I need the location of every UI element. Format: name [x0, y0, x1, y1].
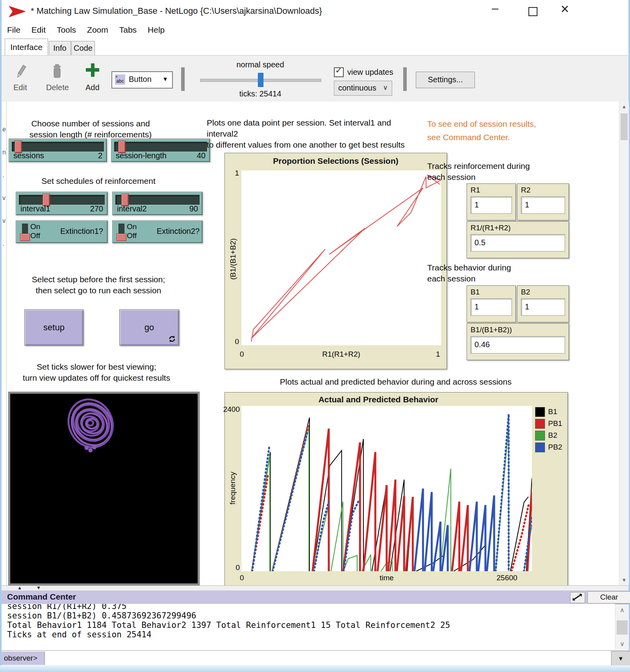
monitor-r1-ratio: R1/(R1+R2) 0.5 [467, 221, 569, 258]
minimize-icon[interactable]: – [492, 2, 498, 14]
tab-interface[interactable]: Interface [5, 39, 48, 56]
legend-swatch [535, 431, 545, 441]
slider-interval2[interactable]: interval290 [112, 192, 203, 215]
reinforcement-caption: Tracks reinforcement during each session [427, 161, 561, 183]
plot-legend: B1PB1B2PB2 [535, 406, 562, 453]
clear-button[interactable]: Clear [587, 591, 630, 604]
monitor-r1: R1 1 [467, 183, 516, 220]
proportion-plot: Proportion Selections (Session) 1 0 (B1/… [224, 153, 447, 369]
scroll-up-icon[interactable]: ▲ [619, 102, 629, 112]
legend-item-b1: B1 [535, 406, 562, 418]
widget-type-dropdown[interactable]: *abc Button ▼ [111, 71, 173, 89]
scroll-up-icon[interactable]: ∧ [615, 605, 629, 615]
y-axis-label: frequency [228, 465, 237, 512]
scroll-down-icon[interactable]: ▼ [619, 575, 629, 585]
instruction-setup-go: Select setup before the first session;th… [16, 274, 181, 296]
clipped-letter: v [2, 194, 6, 202]
history-dropdown-icon[interactable]: ▼ [611, 651, 630, 666]
add-button[interactable]: Add [85, 83, 100, 92]
menu-bar: FileEditToolsZoomTabsHelp [2, 22, 628, 38]
switch-handle[interactable] [117, 233, 126, 241]
update-mode-dropdown[interactable]: continuous ∨ [334, 81, 392, 96]
monitor-b1: B1 1 [467, 285, 516, 322]
monitor-value: 1 [471, 298, 512, 316]
menu-item-help[interactable]: Help [148, 25, 165, 35]
monitor-value: 1 [521, 196, 565, 214]
clipped-letter: . [2, 240, 4, 247]
slider-track[interactable] [12, 142, 104, 152]
menu-item-zoom[interactable]: Zoom [87, 25, 108, 35]
y-tick-max: 2400 [218, 405, 240, 414]
switch-extinction1[interactable]: OnOff Extinction1? [16, 220, 108, 243]
command-output-scrollbar[interactable]: ∧ ∨ [615, 605, 629, 650]
edit-button[interactable]: Edit [13, 83, 27, 92]
resize-up-icon[interactable]: ▲ [17, 585, 22, 591]
window-frame-bottom [0, 665, 630, 672]
view-updates-checkbox[interactable]: ✓ [334, 67, 344, 77]
tab-bar: Interface Info Code [2, 38, 628, 55]
resize-down-icon[interactable]: ▼ [36, 585, 41, 591]
x-axis-label: R1(R1+R2) [241, 350, 441, 359]
legend-swatch [535, 442, 545, 452]
forever-icon [168, 335, 176, 343]
speed-label: normal speed [200, 60, 321, 69]
switch-handle[interactable] [20, 233, 30, 241]
check-icon: ✓ [335, 65, 342, 76]
maximize-icon[interactable] [528, 7, 537, 16]
command-input[interactable] [46, 652, 610, 665]
instruction-ticks: Set ticks slower for best viewing;turn v… [8, 361, 185, 383]
clipped-letter: n [2, 149, 6, 156]
delete-trash-icon [51, 63, 63, 80]
menu-item-file[interactable]: File [7, 25, 20, 35]
go-button[interactable]: go [119, 309, 179, 346]
main-scrollbar[interactable]: ▲ ▼ [619, 102, 629, 585]
toolbar-separator [181, 67, 185, 91]
title-bar: * Matching Law Simulation_Base - NetLogo… [2, 0, 628, 22]
y-tick-min: 0 [232, 337, 239, 346]
legend-item-pb2: PB2 [535, 441, 562, 453]
scrollbar-thumb[interactable] [617, 620, 628, 635]
x-axis-label: time [241, 574, 532, 582]
edit-pencil-icon[interactable] [16, 63, 27, 81]
toolbar: Edit Delete Add *abc Button ▼ normal spe… [2, 55, 628, 102]
slider-track[interactable] [115, 195, 200, 205]
legend-swatch [535, 407, 545, 417]
command-center-note: To see end of session results,see Comman… [427, 117, 561, 144]
settings-button[interactable]: Settings... [416, 72, 475, 88]
left-clipped-text: en.vv. [2, 102, 6, 585]
monitor-b1-ratio: B1/(B1+B2)) 0.46 [467, 323, 569, 360]
slider-session-length[interactable]: session-length40 [111, 139, 210, 162]
command-center-output: session R1/(R1+R2) 0.375 session B1/(B1+… [2, 604, 615, 650]
tab-info[interactable]: Info [49, 41, 71, 56]
close-icon[interactable]: × [561, 3, 569, 15]
delete-button[interactable]: Delete [46, 83, 69, 92]
x-tick-max: 25600 [497, 574, 517, 582]
slider-interval1[interactable]: interval1270 [16, 192, 108, 215]
monitor-b2: B2 1 [517, 285, 569, 322]
slider-track[interactable] [19, 195, 105, 205]
switch-groove [22, 224, 28, 240]
menu-item-tabs[interactable]: Tabs [119, 25, 137, 35]
slider-track[interactable] [114, 142, 207, 152]
menu-item-tools[interactable]: Tools [57, 25, 76, 35]
x-tick-max: 1 [436, 350, 440, 359]
tab-code[interactable]: Code [71, 41, 95, 56]
button-widget-icon: *abc [115, 74, 125, 85]
window-title: * Matching Law Simulation_Base - NetLogo… [31, 6, 322, 16]
speed-slider-handle[interactable] [258, 73, 263, 87]
clipped-letter: v [2, 217, 6, 224]
command-center-title: Command Center [7, 592, 76, 602]
instruction-schedules: Set schedules of reinforcement [12, 176, 185, 187]
slider-sessions[interactable]: sessions2 [9, 139, 107, 162]
monitor-value: 0.5 [471, 234, 565, 252]
world-view [9, 392, 199, 585]
scrollbar-thumb[interactable] [621, 113, 628, 140]
switch-extinction2[interactable]: OnOff Extinction2? [112, 220, 203, 243]
setup-button[interactable]: setup [24, 309, 83, 346]
y-tick-max: 1 [232, 169, 239, 178]
expand-icon[interactable] [570, 592, 585, 603]
scroll-down-icon[interactable]: ∨ [615, 639, 629, 649]
clipped-letter: e [2, 126, 6, 133]
menu-item-edit[interactable]: Edit [32, 25, 46, 35]
clipped-letter: . [2, 172, 4, 179]
